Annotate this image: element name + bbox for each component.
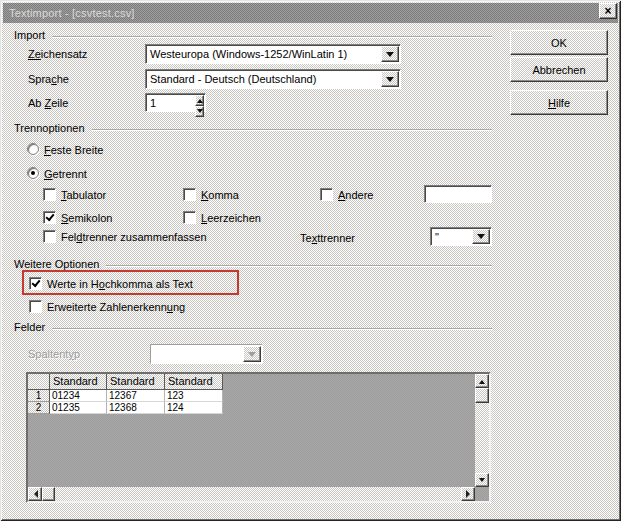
horizontal-scrollbar[interactable] (28, 487, 475, 501)
row-header-1: 1 (28, 390, 50, 402)
text-delimiter-value: " (431, 231, 471, 243)
section-import: Import (14, 29, 492, 41)
language-dropdown-arrow[interactable] (381, 71, 399, 87)
language-value: Standard - Deutsch (Deutschland) (146, 73, 380, 85)
fixed-width-radio[interactable] (27, 143, 39, 155)
column-header-3[interactable]: Standard (165, 374, 223, 390)
close-icon: × (604, 6, 611, 16)
other-label[interactable]: Andere (338, 188, 373, 202)
chevron-down-icon (386, 52, 394, 61)
spin-up-button[interactable] (195, 95, 204, 106)
scroll-up-button[interactable] (475, 374, 489, 388)
vertical-scroll-thumb[interactable] (475, 388, 489, 403)
from-row-spinner[interactable] (145, 93, 206, 112)
scroll-right-button[interactable] (461, 487, 475, 501)
section-fields: Felder (14, 321, 492, 333)
table-cell[interactable]: 124 (165, 402, 223, 414)
spin-down-button[interactable] (195, 106, 204, 117)
charset-value: Westeuropa (Windows-1252/WinLatin 1) (146, 48, 380, 60)
separated-label[interactable]: Getrennt (44, 167, 87, 181)
from-row-input[interactable] (146, 94, 194, 111)
arrow-left-icon (30, 490, 38, 498)
language-combobox[interactable]: Standard - Deutsch (Deutschland) (145, 69, 401, 89)
table-cell[interactable]: 12367 (107, 390, 165, 402)
fixed-width-label[interactable]: Feste Breite (44, 143, 103, 157)
scroll-left-button[interactable] (28, 487, 42, 501)
column-type-label: Spaltentyp (28, 347, 80, 361)
comma-checkbox[interactable] (183, 188, 196, 201)
spin-up-icon (197, 96, 203, 103)
window-title: Textimport - [csvtest.csv] (3, 7, 135, 19)
separated-radio[interactable] (27, 167, 39, 179)
detect-numbers-checkbox[interactable] (29, 300, 42, 313)
cancel-button[interactable]: Abbrechen (510, 57, 608, 82)
section-fields-line (52, 328, 492, 330)
section-fields-title: Felder (14, 321, 45, 333)
section-other-options: Weitere Optionen (14, 258, 492, 270)
arrow-right-icon (466, 490, 474, 498)
table-cell[interactable]: 01234 (50, 390, 107, 402)
preview-panel: Standard Standard Standard 1 01234 12367… (26, 372, 491, 503)
section-separator-title: Trennoptionen (14, 122, 85, 134)
detect-numbers-label[interactable]: Erweiterte Zahlenerkennung (47, 300, 185, 314)
comma-label[interactable]: Komma (201, 188, 239, 202)
semicolon-checkbox[interactable] (43, 211, 56, 224)
section-separator-line (92, 129, 492, 131)
table-cell[interactable]: 123 (165, 390, 223, 402)
tab-label[interactable]: Tabulator (61, 188, 106, 202)
text-delimiter-label: Texttrenner (300, 231, 355, 245)
column-header-1[interactable]: Standard (50, 374, 107, 390)
section-separator: Trennoptionen (14, 122, 492, 134)
other-separator-input[interactable] (424, 185, 492, 203)
column-header-2[interactable]: Standard (107, 374, 165, 390)
textimport-dialog: Textimport - [csvtest.csv] × Import Zeic… (0, 0, 621, 521)
table-cell[interactable]: 12368 (107, 402, 165, 414)
ok-button[interactable]: OK (510, 30, 608, 55)
chevron-down-icon (477, 234, 485, 243)
charset-label: Zeichensatz (28, 47, 87, 61)
vertical-scrollbar[interactable] (475, 374, 489, 487)
horizontal-scroll-thumb[interactable] (42, 487, 55, 501)
preview-table: Standard Standard Standard 1 01234 12367… (28, 374, 223, 414)
column-type-dropdown-arrow (243, 346, 261, 362)
table-corner-cell (28, 374, 50, 390)
language-label: Sprache (28, 72, 69, 86)
chevron-down-icon (248, 352, 256, 361)
scroll-down-button[interactable] (475, 473, 489, 487)
section-other-options-title: Weitere Optionen (14, 258, 99, 270)
spin-down-icon (197, 109, 203, 116)
help-button[interactable]: Hilfe (510, 90, 608, 115)
chevron-down-icon (386, 77, 394, 86)
merge-delimiters-label[interactable]: Feldtrenner zusammenfassen (61, 230, 207, 244)
table-header-row: Standard Standard Standard (28, 374, 223, 390)
other-checkbox[interactable] (320, 188, 333, 201)
merge-delimiters-checkbox[interactable] (43, 230, 56, 243)
semicolon-label[interactable]: Semikolon (61, 211, 112, 225)
section-import-line (52, 36, 492, 38)
table-row: 1 01234 12367 123 (28, 390, 223, 402)
annotation-highlight (22, 270, 239, 295)
arrow-down-icon (479, 478, 485, 485)
charset-dropdown-arrow[interactable] (381, 46, 399, 62)
close-button[interactable]: × (599, 3, 617, 19)
table-row: 2 01235 12368 124 (28, 402, 223, 414)
arrow-up-icon (479, 377, 485, 384)
tab-checkbox[interactable] (43, 188, 56, 201)
row-header-2: 2 (28, 402, 50, 414)
text-delimiter-dropdown-arrow[interactable] (472, 229, 490, 244)
text-delimiter-combobox[interactable]: " (430, 227, 492, 246)
section-import-title: Import (14, 29, 45, 41)
space-label[interactable]: Leerzeichen (201, 211, 261, 225)
charset-combobox[interactable]: Westeuropa (Windows-1252/WinLatin 1) (145, 44, 401, 64)
column-type-combobox (150, 344, 263, 364)
section-other-options-line (106, 265, 492, 267)
from-row-label: Ab Zeile (28, 96, 68, 110)
title-bar[interactable]: Textimport - [csvtest.csv] (3, 3, 618, 23)
table-cell[interactable]: 01235 (50, 402, 107, 414)
space-checkbox[interactable] (183, 211, 196, 224)
